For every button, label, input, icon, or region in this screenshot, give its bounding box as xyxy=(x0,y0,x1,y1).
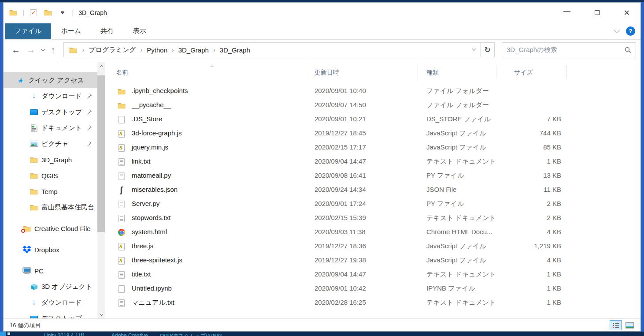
file-row-three-spritetext.js[interactable]: three-spritetext.js2019/12/27 19:38JavaS… xyxy=(106,254,640,268)
sidebar-item-Creative-Cloud-File[interactable]: Creative Cloud File xyxy=(4,220,97,236)
file-row-.ipynb_checkpoints[interactable]: .ipynb_checkpoints2020/09/01 10:40ファイル フ… xyxy=(106,84,640,98)
column-divider[interactable] xyxy=(418,65,418,78)
sidebar-item-ダウンロード[interactable]: ↓ダウンロード xyxy=(4,88,97,104)
file-name[interactable]: link.txt xyxy=(132,157,151,165)
sidebar-item-ピクチャ[interactable]: ピクチャ xyxy=(4,136,97,152)
file-name[interactable]: jquery.min.js xyxy=(132,143,168,151)
sidebar-item-3D-オブジェクト[interactable]: 3D オブジェクト xyxy=(4,279,97,295)
taskbar-active-app-button[interactable] xyxy=(0,332,6,336)
file-row-Server.py[interactable]: Server.py2020/09/01 17:24PY ファイル2 KB xyxy=(106,197,640,211)
file-row-title.txt[interactable]: title.txt2020/09/04 14:47テキスト ドキュメント1 KB xyxy=(106,268,640,282)
tab-file[interactable]: ファイル xyxy=(5,23,51,39)
tab-view[interactable]: 表示 xyxy=(123,23,156,39)
sidebar-item-Temp[interactable]: Temp xyxy=(4,183,97,199)
minimize-icon: — xyxy=(563,7,570,15)
scrollbar-thumb[interactable] xyxy=(97,75,105,232)
close-button[interactable]: × xyxy=(617,5,637,20)
file-name[interactable]: stopwords.txt xyxy=(132,214,170,221)
up-button[interactable]: ↑ xyxy=(51,45,56,55)
file-name[interactable]: three.js xyxy=(132,242,153,250)
sidebar-item-3D_Graph[interactable]: 3D_Graph xyxy=(4,152,97,168)
file-row-miserables.json[interactable]: ʃmiserables.json2020/09/24 14:34JSON Fil… xyxy=(106,183,640,197)
breadcrumb-item[interactable]: 3D_Graph xyxy=(220,46,250,54)
address-folder-icon xyxy=(68,47,78,53)
file-row-__pycache__[interactable]: __pycache__2020/09/07 14:50ファイル フォルダー xyxy=(106,98,640,112)
window-folder-icon xyxy=(8,7,19,18)
file-name[interactable]: マニュアル.txt xyxy=(132,299,174,307)
address-bar[interactable]: ›プログラミング›Python›3D_Graph›3D_Graph ↻ xyxy=(63,42,495,57)
file-type: JavaScript ファイル xyxy=(426,143,486,152)
file-row-matomeall.py[interactable]: matomeall.py2020/09/08 16:41PY ファイル13 KB xyxy=(106,169,640,183)
file-row-3d-force-graph.js[interactable]: 3d-force-graph.js2019/12/27 18:45JavaScr… xyxy=(106,127,640,141)
file-size: 1,219 KB xyxy=(494,242,561,250)
breadcrumb-item[interactable]: プログラミング xyxy=(89,46,136,54)
file-name[interactable]: title.txt xyxy=(132,270,151,278)
sidebar-item-富山県基本住民台[interactable]: 富山県基本住民台 xyxy=(4,199,97,215)
taskbar-app-label[interactable]: QGISデスクトップ/APNG xyxy=(160,332,222,336)
file-list-pane: 名前 更新日時 種類 サイズ .ipynb_checkpoints2020/09… xyxy=(106,60,640,318)
taskbar-app-label[interactable]: Adobe Creative xyxy=(111,332,148,336)
sidebar-item-クイック-アクセス[interactable]: ★クイック アクセス xyxy=(4,72,97,88)
taskbar-app-label[interactable]: Unity 2018.4.11f1 xyxy=(44,332,85,336)
qat-customize-dropdown[interactable] xyxy=(57,7,68,18)
sidebar-scrollbar[interactable] xyxy=(97,62,105,318)
title-bar[interactable]: | ✓ | 3D_Graph — × xyxy=(4,3,640,22)
large-icons-view-button[interactable] xyxy=(624,320,636,330)
file-name[interactable]: __pycache__ xyxy=(132,101,171,108)
file-name[interactable]: Untitled.ipynb xyxy=(132,284,172,292)
help-button[interactable]: ? xyxy=(626,26,635,36)
breadcrumb-item[interactable]: 3D_Graph xyxy=(178,46,209,54)
column-header-size[interactable]: サイズ xyxy=(514,69,533,77)
sidebar-item-Dropbox[interactable]: Dropbox xyxy=(4,242,97,258)
sidebar-item-ドキュメント[interactable]: ドキュメント xyxy=(4,120,97,136)
recent-locations-chevron-icon[interactable] xyxy=(41,47,45,51)
file-name[interactable]: .DS_Store xyxy=(132,115,162,123)
file-name[interactable]: matomeall.py xyxy=(132,172,171,179)
expand-ribbon-chevron-icon[interactable] xyxy=(614,27,620,33)
forward-button[interactable]: → xyxy=(26,45,35,54)
file-row-マニュアル.txt[interactable]: マニュアル.txt2020/02/28 16:25テキスト ドキュメント1 KB xyxy=(106,296,640,310)
file-date-modified: 2020/09/01 17:24 xyxy=(315,200,366,207)
file-name[interactable]: Server.py xyxy=(132,200,159,207)
qat-properties-button[interactable]: ✓ xyxy=(28,7,39,18)
file-row-Untitled.ipynb[interactable]: Untitled.ipynb2020/09/01 10:42IPYNB ファイル… xyxy=(106,282,640,296)
back-button[interactable]: ← xyxy=(11,45,20,54)
file-row-system.html[interactable]: system.html2020/09/03 11:38Chrome HTML D… xyxy=(106,225,640,239)
sidebar-item-PC[interactable]: PC xyxy=(4,263,97,279)
refresh-button[interactable]: ↻ xyxy=(480,43,494,57)
scroll-down-button[interactable] xyxy=(97,311,105,318)
column-header-name[interactable]: 名前 xyxy=(116,69,128,77)
sidebar-item-ダウンロード[interactable]: ↓ダウンロード xyxy=(4,295,97,310)
file-name[interactable]: 3d-force-graph.js xyxy=(132,129,181,137)
taskbar[interactable]: Unity 2018.4.11f1Adobe CreativeQGISデスクトッ… xyxy=(0,332,644,336)
file-row-link.txt[interactable]: link.txt2020/09/04 14:47テキスト ドキュメント1 KB xyxy=(106,155,640,169)
qat-new-folder-button[interactable] xyxy=(43,7,53,18)
scroll-up-button[interactable] xyxy=(97,62,105,70)
column-divider[interactable] xyxy=(566,65,567,78)
details-view-button[interactable] xyxy=(610,320,622,330)
file-name[interactable]: three-spritetext.js xyxy=(132,256,182,264)
tab-home[interactable]: ホーム xyxy=(51,23,91,39)
sidebar-item-label: ダウンロード xyxy=(41,299,82,307)
file-row-jquery.min.js[interactable]: jquery.min.js2020/02/15 17:17JavaScript … xyxy=(106,141,640,155)
sidebar-item-QGIS[interactable]: QGIS xyxy=(4,168,97,183)
file-row-stopwords.txt[interactable]: stopwords.txt2020/02/15 15:39テキスト ドキュメント… xyxy=(106,211,640,225)
column-header-date[interactable]: 更新日時 xyxy=(315,69,339,77)
breadcrumb-item[interactable]: Python xyxy=(147,46,167,54)
column-divider[interactable] xyxy=(496,65,496,78)
column-header-type[interactable]: 種類 xyxy=(426,69,439,77)
file-name[interactable]: system.html xyxy=(132,228,167,235)
file-row-three.js[interactable]: three.js2019/12/27 18:36JavaScript ファイル1… xyxy=(106,239,640,254)
maximize-button[interactable] xyxy=(587,5,607,20)
file-name[interactable]: .ipynb_checkpoints xyxy=(132,87,188,94)
column-divider[interactable] xyxy=(309,65,309,78)
file-name[interactable]: miserables.json xyxy=(132,186,178,193)
minimize-button[interactable]: — xyxy=(557,5,577,20)
sidebar-item-デスクトップ[interactable]: デスクトップ xyxy=(4,104,97,120)
tab-share[interactable]: 共有 xyxy=(91,23,123,39)
sidebar-item-デスクトップ[interactable]: デスクトップ xyxy=(4,310,97,318)
file-row-.DS_Store[interactable]: .DS_Store2020/09/01 10:21DS_STORE ファイル7 … xyxy=(106,112,640,127)
address-dropdown-button[interactable] xyxy=(468,43,480,57)
search-box[interactable]: 3D_Graphの検索 xyxy=(502,42,636,57)
blank-file-icon xyxy=(118,116,126,123)
